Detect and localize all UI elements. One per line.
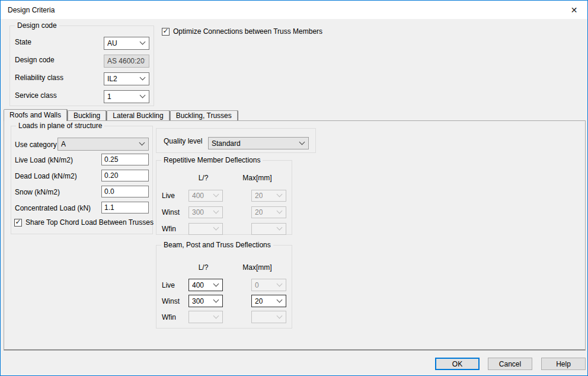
rep-live-max-value: 20 <box>255 192 263 200</box>
design-code-group-title: Design code <box>15 21 59 30</box>
service-class-value: 1 <box>107 93 111 101</box>
beam-winst-max-combobox[interactable]: 20 <box>251 295 286 307</box>
chevron-down-icon <box>213 208 219 214</box>
tab-roofs-and-walls[interactable]: Roofs and Walls <box>4 109 67 121</box>
design-code-value: AS 4600:20 <box>107 57 145 65</box>
chevron-down-icon <box>213 225 219 231</box>
snow-input[interactable] <box>101 186 149 197</box>
l-ratio-header: L/? <box>183 174 224 182</box>
service-class-combobox[interactable]: 1 <box>104 90 149 103</box>
rep-wfin-l-combobox <box>188 223 223 235</box>
rep-live-l-value: 400 <box>192 192 204 200</box>
live-load-label: Live Load (kN/m2) <box>15 156 73 164</box>
beam-live-max-value: 0 <box>255 281 259 289</box>
design-code-label: Design code <box>15 56 55 64</box>
repetitive-deflections-group: Repetitive Member Deflections L/? Max[mm… <box>156 160 292 235</box>
design-criteria-dialog: Design Criteria ✕ Design code State AU D… <box>0 0 588 376</box>
chevron-down-icon <box>213 281 219 286</box>
share-top-chord-label: Share Top Chord Load Between Trusses <box>25 218 154 227</box>
max-mm-header: Max[mm] <box>237 174 278 182</box>
rep-winst-l-value: 300 <box>192 208 204 216</box>
rep-wfin-max-combobox <box>251 223 286 235</box>
loads-group-title: Loads in plane of structure <box>16 122 104 130</box>
state-combobox[interactable]: AU <box>104 37 149 50</box>
quality-level-label: Quality level <box>164 137 202 145</box>
chevron-down-icon <box>277 297 283 302</box>
chevron-down-icon <box>140 93 146 98</box>
concentrated-load-input[interactable] <box>101 202 149 214</box>
check-icon: ✓ <box>15 218 21 225</box>
chevron-down-icon <box>277 313 283 318</box>
chevron-down-icon <box>140 39 146 45</box>
dead-load-input[interactable] <box>101 170 149 181</box>
beam-wfin-max-combobox <box>251 311 286 323</box>
chevron-down-icon <box>139 140 145 146</box>
reliability-class-label: Reliability class <box>15 74 63 82</box>
use-category-combobox[interactable]: A <box>57 138 149 151</box>
ok-button[interactable]: OK <box>435 358 480 370</box>
tab-lateral-buckling[interactable]: Lateral Buckling <box>107 110 169 120</box>
chevron-down-icon <box>213 297 219 302</box>
repetitive-deflections-title: Repetitive Member Deflections <box>161 156 263 164</box>
beam-deflections-title: Beam, Post and Truss Deflections <box>161 241 273 249</box>
quality-level-box: Quality level Standard <box>156 128 316 153</box>
optimize-connections-label: Optimize Connections between Truss Membe… <box>173 27 322 36</box>
title-bar: Design Criteria <box>1 1 587 19</box>
max-mm-header: Max[mm] <box>237 263 278 272</box>
quality-level-value: Standard <box>212 139 241 148</box>
share-top-chord-checkbox[interactable]: ✓ Share Top Chord Load Between Trusses <box>14 218 154 227</box>
tab-strip: Roofs and Walls Buckling Lateral Bucklin… <box>4 109 238 121</box>
check-icon: ✓ <box>162 27 168 34</box>
reliability-class-combobox[interactable]: IL2 <box>104 72 149 85</box>
chevron-down-icon <box>213 313 219 318</box>
rep-winst-label: Winst <box>162 208 180 216</box>
quality-level-combobox[interactable]: Standard <box>208 137 309 149</box>
use-category-label: Use category <box>15 141 57 149</box>
beam-winst-l-value: 300 <box>192 297 204 305</box>
beam-wfin-l-combobox <box>188 311 223 323</box>
rep-winst-l-combobox: 300 <box>188 206 223 218</box>
beam-winst-label: Winst <box>162 297 180 305</box>
state-label: State <box>15 38 31 46</box>
beam-live-max-combobox: 0 <box>251 279 286 291</box>
beam-live-label: Live <box>162 281 175 289</box>
chevron-down-icon <box>277 225 283 231</box>
beam-deflections-group: Beam, Post and Truss Deflections L/? Max… <box>156 245 292 329</box>
use-category-value: A <box>61 140 66 148</box>
state-value: AU <box>107 39 117 47</box>
help-button[interactable]: Help <box>541 358 586 370</box>
chevron-down-icon <box>277 281 283 286</box>
cancel-button[interactable]: Cancel <box>488 358 532 370</box>
tab-buckling-trusses[interactable]: Buckling, Trusses <box>170 110 238 120</box>
design-code-group: Design code State AU Design code AS 4600… <box>9 26 154 106</box>
beam-live-l-value: 400 <box>192 281 204 289</box>
l-ratio-header: L/? <box>183 263 224 272</box>
rep-live-label: Live <box>162 192 175 200</box>
reliability-class-value: IL2 <box>107 75 117 83</box>
rep-live-max-combobox: 20 <box>251 190 286 202</box>
checkbox-box: ✓ <box>14 219 22 227</box>
live-load-input[interactable] <box>101 154 149 165</box>
rep-wfin-label: Wfin <box>162 225 176 233</box>
chevron-down-icon <box>277 208 283 214</box>
design-code-combobox: AS 4600:20 <box>104 55 149 68</box>
beam-winst-max-value: 20 <box>255 297 263 305</box>
chevron-down-icon <box>140 75 146 81</box>
beam-wfin-label: Wfin <box>162 313 176 321</box>
dialog-title: Design Criteria <box>8 6 55 14</box>
concentrated-load-label: Concentrated Load (kN) <box>15 204 91 212</box>
rep-winst-max-value: 20 <box>255 208 263 216</box>
service-class-label: Service class <box>15 91 57 100</box>
beam-live-l-combobox[interactable]: 400 <box>188 279 223 291</box>
dead-load-label: Dead Load (kN/m2) <box>15 172 77 180</box>
beam-winst-l-combobox[interactable]: 300 <box>188 295 223 307</box>
snow-label: Snow (kN/m2) <box>15 188 60 196</box>
optimize-connections-checkbox[interactable]: ✓ Optimize Connections between Truss Mem… <box>162 27 322 36</box>
rep-live-l-combobox: 400 <box>188 190 223 202</box>
roofs-and-walls-tab-panel: Loads in plane of structure Use category… <box>4 120 586 350</box>
chevron-down-icon <box>213 192 219 197</box>
loads-group: Loads in plane of structure Use category… <box>11 126 153 234</box>
close-button[interactable]: ✕ <box>561 1 587 19</box>
tab-buckling[interactable]: Buckling <box>68 110 106 120</box>
close-icon: ✕ <box>571 6 578 14</box>
